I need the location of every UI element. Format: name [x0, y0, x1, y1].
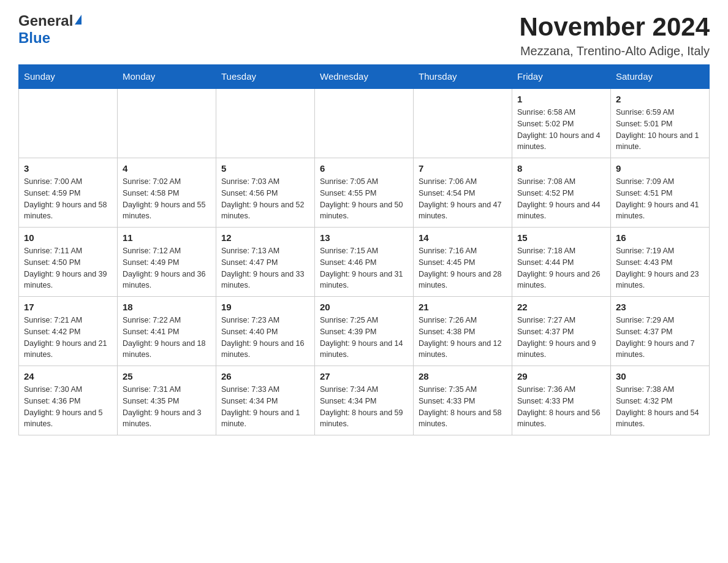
col-sunday: Sunday [19, 65, 118, 89]
day-number: 7 [419, 163, 507, 174]
day-cell-w5-d6: 29Sunrise: 7:36 AMSunset: 4:33 PMDayligh… [512, 366, 611, 435]
day-cell-w2-d3: 5Sunrise: 7:03 AMSunset: 4:56 PMDaylight… [216, 158, 315, 228]
col-monday: Monday [118, 65, 216, 89]
sun-info: Sunrise: 7:19 AMSunset: 4:43 PMDaylight:… [616, 245, 704, 291]
week-row-2: 3Sunrise: 7:00 AMSunset: 4:59 PMDaylight… [19, 158, 710, 228]
day-cell-w5-d5: 28Sunrise: 7:35 AMSunset: 4:33 PMDayligh… [414, 366, 512, 435]
sun-info: Sunrise: 7:15 AMSunset: 4:46 PMDaylight:… [320, 245, 408, 291]
title-block: November 2024 Mezzana, Trentino-Alto Adi… [519, 12, 710, 58]
sun-info: Sunrise: 7:26 AMSunset: 4:38 PMDaylight:… [419, 315, 507, 361]
day-number: 22 [517, 302, 605, 312]
day-number: 25 [123, 371, 211, 381]
day-number: 19 [221, 302, 309, 312]
logo: General Blue [18, 12, 82, 47]
day-number: 2 [616, 94, 704, 104]
day-number: 24 [24, 371, 112, 381]
sun-info: Sunrise: 7:36 AMSunset: 4:33 PMDaylight:… [517, 384, 605, 430]
day-cell-w3-d6: 15Sunrise: 7:18 AMSunset: 4:44 PMDayligh… [512, 228, 611, 297]
day-number: 23 [616, 302, 704, 312]
day-cell-w5-d2: 25Sunrise: 7:31 AMSunset: 4:35 PMDayligh… [118, 366, 216, 435]
day-number: 8 [517, 163, 605, 174]
col-wednesday: Wednesday [315, 65, 414, 89]
day-number: 5 [221, 163, 309, 174]
logo-general-text: General [18, 12, 82, 29]
week-row-5: 24Sunrise: 7:30 AMSunset: 4:36 PMDayligh… [19, 366, 710, 435]
col-thursday: Thursday [414, 65, 512, 89]
sun-info: Sunrise: 7:18 AMSunset: 4:44 PMDaylight:… [517, 245, 605, 291]
calendar-table: Sunday Monday Tuesday Wednesday Thursday… [18, 64, 710, 435]
sun-info: Sunrise: 7:05 AMSunset: 4:55 PMDaylight:… [320, 176, 408, 222]
sun-info: Sunrise: 7:30 AMSunset: 4:36 PMDaylight:… [24, 384, 112, 430]
col-saturday: Saturday [611, 65, 710, 89]
day-cell-w1-d1 [19, 88, 118, 158]
sun-info: Sunrise: 7:25 AMSunset: 4:39 PMDaylight:… [320, 315, 408, 361]
day-cell-w1-d5 [414, 88, 512, 158]
day-cell-w5-d7: 30Sunrise: 7:38 AMSunset: 4:32 PMDayligh… [611, 366, 710, 435]
day-number: 10 [24, 232, 112, 243]
sun-info: Sunrise: 7:09 AMSunset: 4:51 PMDaylight:… [616, 176, 704, 222]
day-cell-w1-d6: 1Sunrise: 6:58 AMSunset: 5:02 PMDaylight… [512, 88, 611, 158]
week-row-3: 10Sunrise: 7:11 AMSunset: 4:50 PMDayligh… [19, 228, 710, 297]
week-row-4: 17Sunrise: 7:21 AMSunset: 4:42 PMDayligh… [19, 297, 710, 366]
day-cell-w3-d4: 13Sunrise: 7:15 AMSunset: 4:46 PMDayligh… [315, 228, 414, 297]
day-cell-w4-d7: 23Sunrise: 7:29 AMSunset: 4:37 PMDayligh… [611, 297, 710, 366]
calendar-body: 1Sunrise: 6:58 AMSunset: 5:02 PMDaylight… [19, 88, 710, 435]
day-number: 1 [517, 94, 605, 104]
calendar-header: Sunday Monday Tuesday Wednesday Thursday… [19, 65, 710, 89]
sun-info: Sunrise: 7:34 AMSunset: 4:34 PMDaylight:… [320, 384, 408, 430]
sun-info: Sunrise: 7:27 AMSunset: 4:37 PMDaylight:… [517, 315, 605, 361]
day-number: 6 [320, 163, 408, 174]
day-number: 3 [24, 163, 112, 174]
sun-info: Sunrise: 7:11 AMSunset: 4:50 PMDaylight:… [24, 245, 112, 291]
day-cell-w5-d4: 27Sunrise: 7:34 AMSunset: 4:34 PMDayligh… [315, 366, 414, 435]
day-number: 21 [419, 302, 507, 312]
col-friday: Friday [512, 65, 611, 89]
sun-info: Sunrise: 7:22 AMSunset: 4:41 PMDaylight:… [123, 315, 211, 361]
day-number: 26 [221, 371, 309, 381]
day-cell-w2-d5: 7Sunrise: 7:06 AMSunset: 4:54 PMDaylight… [414, 158, 512, 228]
page-header: General Blue November 2024 Mezzana, Tren… [18, 12, 710, 58]
day-cell-w4-d1: 17Sunrise: 7:21 AMSunset: 4:42 PMDayligh… [19, 297, 118, 366]
day-cell-w4-d6: 22Sunrise: 7:27 AMSunset: 4:37 PMDayligh… [512, 297, 611, 366]
sun-info: Sunrise: 7:21 AMSunset: 4:42 PMDaylight:… [24, 315, 112, 361]
day-number: 15 [517, 232, 605, 243]
days-of-week-row: Sunday Monday Tuesday Wednesday Thursday… [19, 65, 710, 89]
sun-info: Sunrise: 7:12 AMSunset: 4:49 PMDaylight:… [123, 245, 211, 291]
day-cell-w1-d4 [315, 88, 414, 158]
logo-triangle-icon [75, 15, 82, 25]
col-tuesday: Tuesday [216, 65, 315, 89]
day-number: 11 [123, 232, 211, 243]
sun-info: Sunrise: 7:08 AMSunset: 4:52 PMDaylight:… [517, 176, 605, 222]
day-cell-w1-d3 [216, 88, 315, 158]
day-cell-w4-d5: 21Sunrise: 7:26 AMSunset: 4:38 PMDayligh… [414, 297, 512, 366]
sun-info: Sunrise: 7:16 AMSunset: 4:45 PMDaylight:… [419, 245, 507, 291]
calendar-subtitle: Mezzana, Trentino-Alto Adige, Italy [519, 44, 710, 58]
day-cell-w4-d4: 20Sunrise: 7:25 AMSunset: 4:39 PMDayligh… [315, 297, 414, 366]
day-number: 17 [24, 302, 112, 312]
sun-info: Sunrise: 7:13 AMSunset: 4:47 PMDaylight:… [221, 245, 309, 291]
day-cell-w3-d3: 12Sunrise: 7:13 AMSunset: 4:47 PMDayligh… [216, 228, 315, 297]
sun-info: Sunrise: 7:06 AMSunset: 4:54 PMDaylight:… [419, 176, 507, 222]
logo-blue-text: Blue [18, 29, 50, 47]
day-cell-w3-d5: 14Sunrise: 7:16 AMSunset: 4:45 PMDayligh… [414, 228, 512, 297]
day-number: 20 [320, 302, 408, 312]
day-cell-w4-d2: 18Sunrise: 7:22 AMSunset: 4:41 PMDayligh… [118, 297, 216, 366]
day-number: 27 [320, 371, 408, 381]
sun-info: Sunrise: 7:33 AMSunset: 4:34 PMDaylight:… [221, 384, 309, 430]
day-number: 16 [616, 232, 704, 243]
day-cell-w1-d2 [118, 88, 216, 158]
day-number: 9 [616, 163, 704, 174]
day-number: 18 [123, 302, 211, 312]
calendar-title: November 2024 [519, 12, 710, 42]
day-number: 13 [320, 232, 408, 243]
day-cell-w2-d4: 6Sunrise: 7:05 AMSunset: 4:55 PMDaylight… [315, 158, 414, 228]
day-number: 4 [123, 163, 211, 174]
week-row-1: 1Sunrise: 6:58 AMSunset: 5:02 PMDaylight… [19, 88, 710, 158]
day-cell-w2-d6: 8Sunrise: 7:08 AMSunset: 4:52 PMDaylight… [512, 158, 611, 228]
day-cell-w3-d7: 16Sunrise: 7:19 AMSunset: 4:43 PMDayligh… [611, 228, 710, 297]
day-number: 12 [221, 232, 309, 243]
day-cell-w5-d1: 24Sunrise: 7:30 AMSunset: 4:36 PMDayligh… [19, 366, 118, 435]
sun-info: Sunrise: 7:29 AMSunset: 4:37 PMDaylight:… [616, 315, 704, 361]
day-number: 14 [419, 232, 507, 243]
day-cell-w3-d2: 11Sunrise: 7:12 AMSunset: 4:49 PMDayligh… [118, 228, 216, 297]
